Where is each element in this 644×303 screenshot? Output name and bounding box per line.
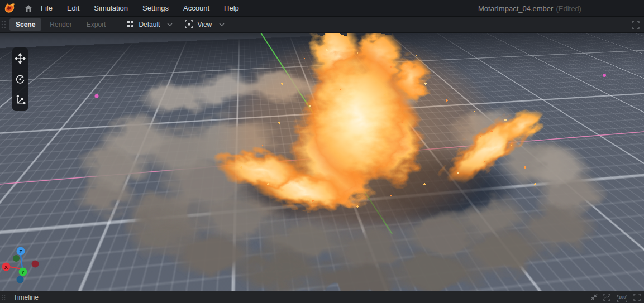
gizmo-neg-x-ball — [32, 261, 39, 268]
menu-account[interactable]: Account — [183, 4, 209, 12]
timeline-fullscreen-icon[interactable] — [633, 294, 641, 301]
expand-viewport-icon[interactable] — [632, 21, 640, 29]
gizmo-z-label: Z — [19, 249, 22, 254]
chevron-down-icon — [219, 23, 225, 26]
emitter-marker-dot-2 — [603, 74, 606, 77]
home-icon[interactable] — [24, 4, 33, 13]
move-tool-button[interactable] — [13, 52, 27, 65]
drag-handle-icon[interactable] — [1, 20, 6, 29]
preset-dropdown-label: Default — [139, 21, 160, 28]
gizmo-neg-z-ball — [17, 276, 24, 283]
scale-tool-button[interactable] — [13, 93, 27, 107]
drag-handle-icon[interactable] — [1, 294, 6, 301]
preset-dropdown[interactable]: Default — [126, 20, 173, 28]
view-dropdown[interactable]: View — [185, 20, 225, 28]
menu-settings[interactable]: Settings — [142, 4, 169, 12]
timeline-panel-header[interactable]: Timeline 100 — [0, 291, 644, 303]
zoom-100-icon[interactable]: 100 — [616, 295, 628, 300]
menu-edit[interactable]: Edit — [67, 4, 79, 12]
document-title: MotarImpact_04.ember (Edited) — [478, 0, 581, 17]
top-menu-bar: File Edit Simulation Settings Account He… — [0, 0, 644, 17]
document-edited-badge: (Edited) — [556, 4, 581, 13]
emitter-marker-dot — [95, 94, 99, 98]
app-logo-flame-icon[interactable] — [2, 1, 16, 16]
collapse-arrows-icon[interactable] — [590, 294, 598, 301]
timeline-label: Timeline — [13, 294, 39, 301]
viewport-3d[interactable]: Z X Y — [0, 33, 644, 291]
move-icon — [15, 53, 26, 64]
menu-simulation[interactable]: Simulation — [94, 4, 128, 12]
frame-target-icon — [185, 20, 193, 28]
document-title-text: MotarImpact_04.ember — [478, 4, 553, 13]
menu-file[interactable]: File — [41, 4, 53, 12]
menu-bar: File Edit Simulation Settings Account He… — [41, 4, 239, 12]
blocks-icon — [126, 20, 135, 28]
orientation-gizmo[interactable]: Z X Y — [0, 246, 45, 289]
view-dropdown-label: View — [197, 21, 212, 28]
tab-export[interactable]: Export — [80, 18, 112, 31]
viewport-toolbar: Scene Render Export Default View — [0, 17, 644, 33]
tab-render[interactable]: Render — [44, 18, 78, 31]
menu-help[interactable]: Help — [224, 4, 239, 12]
rotate-icon — [15, 74, 26, 85]
gizmo-y-label: Y — [21, 270, 25, 275]
rotate-tool-button[interactable] — [13, 73, 27, 86]
chevron-down-icon — [167, 23, 173, 26]
transform-tool-panel — [12, 47, 28, 111]
scale-icon — [15, 94, 26, 105]
curve-view-icon[interactable] — [603, 294, 611, 301]
tab-scene[interactable]: Scene — [9, 18, 41, 31]
embergen-app: File Edit Simulation Settings Account He… — [0, 0, 644, 303]
gizmo-neg-y-ball — [13, 255, 20, 262]
gizmo-x-label: X — [4, 264, 8, 270]
